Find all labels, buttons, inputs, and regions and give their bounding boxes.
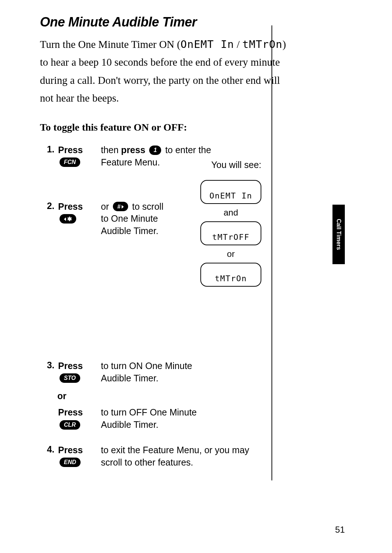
lcd-display-2: tMTrOFF (200, 221, 261, 245)
star-left-key-icon: ✱ (60, 214, 76, 224)
or-text: or (101, 201, 111, 212)
intro-paragraph: Turn the One Minute Timer ON (OnEMT In /… (40, 36, 290, 107)
step3b-line2: Audible Timer. (101, 419, 158, 430)
or-divider: or (57, 391, 348, 401)
press-label: Press (58, 144, 84, 156)
section-tab-label: Call Timers (335, 219, 342, 250)
step1-tail: to enter the (165, 145, 211, 155)
clr-key-icon: CLR (60, 420, 80, 430)
step2-line2: to One Minute (101, 213, 158, 224)
or-label: or (200, 249, 261, 259)
intro-mid: / (234, 38, 242, 50)
step-3: 3. Press STO to turn ON One Minute Audib… (40, 360, 348, 385)
press-label: Press (58, 360, 84, 372)
one-key-icon: 1 (149, 146, 161, 155)
section-tab: Call Timers (332, 205, 345, 264)
step4-tail: to exit the Feature Menu, or you may (101, 445, 249, 455)
press-label: Press (58, 444, 84, 456)
step2-tail: to scroll (132, 201, 163, 212)
you-will-see-label: You will see: (211, 160, 261, 170)
step3b-tail: to turn OFF One Minute (101, 407, 197, 417)
steps-list: 1. Press FCN then press 1 to enter the F… (40, 144, 348, 468)
intro-display-code-1: OnEMT In (180, 38, 234, 50)
step-number: 2. (40, 201, 58, 211)
step2-line3: Audible Timer. (101, 226, 158, 236)
step3-tail: to turn ON One Minute (101, 361, 192, 371)
vertical-divider (271, 25, 272, 480)
press-label: Press (58, 406, 84, 419)
toggle-subheading: To toggle this feature ON or OFF: (40, 122, 348, 133)
step1-line2: Feature Menu. (101, 157, 160, 167)
step-3b: Press CLR to turn OFF One Minute Audible… (40, 406, 348, 431)
step-2: 2. Press ✱ or # to scroll to One Minute … (40, 201, 348, 237)
display-preview-stack: OnEMT In and tMTrOFF or tMTrOn (200, 176, 261, 290)
step-4: 4. Press END to exit the Feature Menu, o… (40, 444, 348, 469)
intro-text: Turn the One Minute Timer ON ( (40, 38, 180, 50)
lcd-display-1: OnEMT In (200, 180, 261, 204)
step3-line2: Audible Timer. (101, 373, 158, 383)
press-label: Press (58, 201, 84, 213)
step4-line2: scroll to other features. (101, 457, 193, 467)
step-number: 1. (40, 144, 58, 155)
sto-key-icon: STO (60, 373, 80, 383)
lcd-display-3: tMTrOn (200, 263, 261, 287)
end-key-icon: END (60, 458, 81, 467)
page-title: One Minute Audible Timer (40, 15, 348, 30)
fcn-key-icon: FCN (60, 157, 80, 167)
step-number: 4. (40, 444, 58, 455)
press-bold: press (121, 145, 146, 155)
page-number: 51 (335, 525, 345, 535)
intro-display-code-2: tMTrOn (242, 38, 282, 50)
hash-right-key-icon: # (113, 202, 128, 211)
and-label: and (200, 208, 261, 218)
step-1: 1. Press FCN then press 1 to enter the F… (40, 144, 348, 169)
step-number: 3. (40, 360, 58, 370)
then-text: then (101, 145, 121, 155)
